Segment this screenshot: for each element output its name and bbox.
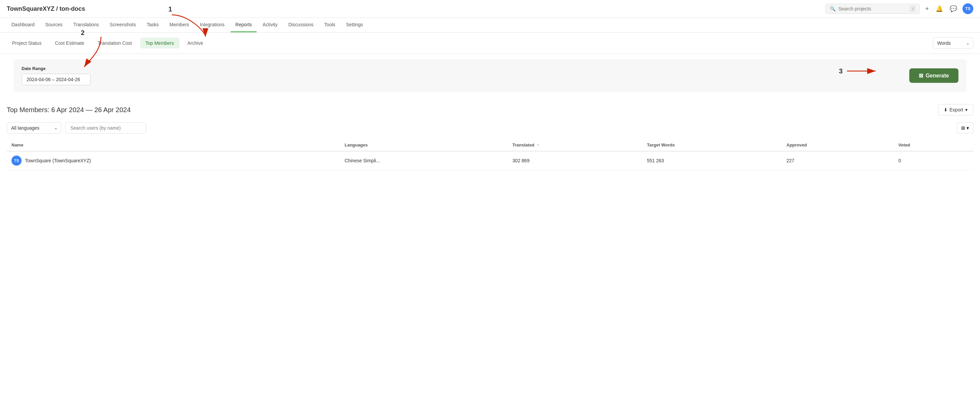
- nav-item-screenshots[interactable]: Screenshots: [105, 18, 141, 32]
- chat-button[interactable]: 💬: [948, 4, 958, 14]
- date-range-input[interactable]: [22, 74, 91, 85]
- report-header: Top Members: 6 Apr 2024 — 26 Apr 2024 ⬇ …: [7, 104, 973, 116]
- words-select-wrapper: Words Characters: [933, 37, 973, 49]
- search-bar: 🔍 /: [826, 4, 920, 14]
- subnav-translation-cost[interactable]: Translation Cost: [92, 38, 137, 48]
- nav-item-tasks[interactable]: Tasks: [142, 18, 163, 32]
- avatar[interactable]: TS: [963, 3, 973, 14]
- col-translated[interactable]: Translated ↑: [508, 139, 642, 151]
- cell-voted: 0: [893, 151, 973, 170]
- report-title: Top Members: 6 Apr 2024 — 26 Apr 2024: [7, 106, 130, 114]
- col-voted: Voted: [893, 139, 973, 151]
- main-nav: Dashboard Sources Translations Screensho…: [0, 18, 980, 33]
- sort-arrow-translated: ↑: [537, 143, 539, 148]
- filter-panel: 2 Date Range 3: [13, 59, 967, 92]
- notifications-button[interactable]: 🔔: [934, 4, 944, 14]
- nav-item-dashboard[interactable]: Dashboard: [7, 18, 40, 32]
- search-icon: 🔍: [830, 6, 835, 11]
- table-row: TS TownSquare (TownSquareXYZ) Chinese Si…: [7, 151, 973, 170]
- date-range-label: Date Range: [22, 66, 91, 71]
- search-shortcut: /: [910, 6, 915, 11]
- nav-item-integrations[interactable]: Integrations: [195, 18, 229, 32]
- subnav-project-status[interactable]: Project Status: [7, 38, 47, 48]
- subnav-cost-estimate[interactable]: Cost Estimate: [49, 38, 89, 48]
- project-title: TownSquareXYZ / ton-docs: [7, 5, 85, 13]
- cell-name: TS TownSquare (TownSquareXYZ): [7, 151, 340, 170]
- user-avatar: TS: [11, 156, 22, 166]
- export-button[interactable]: ⬇ Export ▾: [938, 104, 973, 116]
- search-input[interactable]: [838, 6, 908, 11]
- chevron-down-icon-2: ▾: [967, 125, 969, 131]
- add-button[interactable]: +: [924, 4, 930, 14]
- col-name: Name: [7, 139, 340, 151]
- table-header-row: Name Languages Translated ↑ Target Words…: [7, 139, 973, 151]
- top-bar-right: 🔍 / + 🔔 💬 TS: [826, 3, 973, 14]
- words-select[interactable]: Words Characters: [933, 37, 973, 49]
- cell-translated: 302 869: [508, 151, 642, 170]
- language-select-wrapper: All languages Chinese Simplified English…: [7, 122, 61, 134]
- nav-item-sources[interactable]: Sources: [41, 18, 67, 32]
- generate-button[interactable]: ⊠ Generate: [909, 68, 958, 83]
- cell-approved: 227: [782, 151, 893, 170]
- nav-item-discussions[interactable]: Discussions: [283, 18, 318, 32]
- user-name: TownSquare (TownSquareXYZ): [25, 158, 91, 163]
- language-select[interactable]: All languages Chinese Simplified English…: [7, 122, 61, 134]
- sub-nav: Project Status Cost Estimate Translation…: [0, 33, 980, 54]
- date-range-section: Date Range: [22, 66, 91, 85]
- col-target-words: Target Words: [642, 139, 782, 151]
- nav-item-reports[interactable]: Reports: [231, 18, 257, 32]
- cell-target-words: 551 263: [642, 151, 782, 170]
- table-options-button[interactable]: ⊞ ▾: [957, 122, 973, 134]
- nav-item-translations[interactable]: Translations: [69, 18, 104, 32]
- nav-item-members[interactable]: Members: [165, 18, 194, 32]
- content-area: Top Members: 6 Apr 2024 — 26 Apr 2024 ⬇ …: [0, 97, 980, 177]
- user-search-input[interactable]: [65, 122, 146, 134]
- subnav-archive[interactable]: Archive: [182, 38, 209, 48]
- col-approved: Approved: [782, 139, 893, 151]
- hourglass-icon: ⊠: [919, 72, 923, 79]
- col-languages: Languages: [340, 139, 508, 151]
- chevron-down-icon: ▾: [965, 107, 967, 113]
- nav-item-tools[interactable]: Tools: [320, 18, 340, 32]
- filters-row: All languages Chinese Simplified English…: [7, 122, 973, 134]
- table-grid-icon: ⊞: [961, 125, 965, 131]
- subnav-top-members[interactable]: Top Members: [140, 38, 180, 48]
- top-bar-left: TownSquareXYZ / ton-docs: [7, 5, 85, 13]
- members-table: Name Languages Translated ↑ Target Words…: [7, 139, 973, 170]
- nav-item-activity[interactable]: Activity: [258, 18, 282, 32]
- top-bar: TownSquareXYZ / ton-docs 🔍 / + 🔔 💬 TS: [0, 0, 980, 18]
- cell-languages: Chinese Simpli...: [340, 151, 508, 170]
- download-icon: ⬇: [943, 107, 948, 113]
- nav-item-settings[interactable]: Settings: [342, 18, 368, 32]
